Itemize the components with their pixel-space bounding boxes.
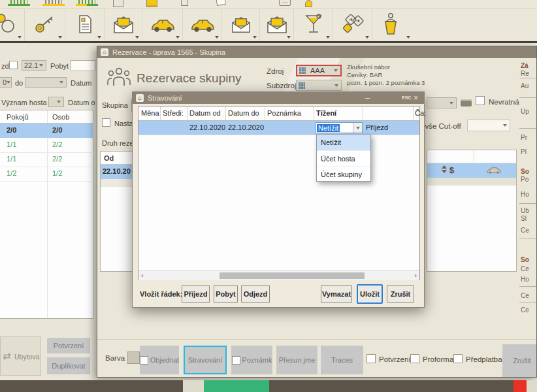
filter-date-combo[interactable]: 22.1 [22, 60, 46, 71]
potvrzeni-checkbox[interactable] [366, 354, 376, 363]
zrusit-button[interactable]: Zrušit [387, 285, 414, 303]
rooms-row[interactable]: 1/1 2/2 [0, 138, 93, 153]
hotel-mixed-icon[interactable] [76, 0, 98, 6]
presun-jmen-button[interactable]: Přesun jme [276, 346, 317, 374]
page-title: Rezervace skupiny [137, 71, 242, 86]
rooms-row[interactable]: 1/1 2/2 [0, 152, 93, 167]
pricing-row-selected[interactable]: $ [427, 163, 516, 178]
col-datum-do[interactable]: Datum do [228, 109, 259, 117]
potvrzeni-button[interactable]: Potvrzení [47, 338, 90, 353]
summary-label: So [521, 168, 529, 175]
stravovani-button[interactable]: Stravování [184, 346, 227, 374]
hotel-yellow-icon[interactable] [42, 0, 65, 6]
toolbar-transfer-button[interactable] [333, 9, 372, 41]
pricing-table: $ [427, 150, 517, 272]
payment-combo[interactable] [427, 97, 457, 108]
dots-icon[interactable]: … [279, 0, 291, 6]
proforma-checkbox[interactable] [410, 354, 419, 363]
toolbar-car2-button[interactable] [183, 9, 222, 41]
ubytovat-button[interactable]: ⇄ Ubytova [0, 336, 41, 376]
grid-icon [299, 67, 306, 74]
toolbar-document-button[interactable] [65, 9, 105, 41]
toolbar-car-button[interactable] [142, 9, 183, 41]
predplatba-checkbox[interactable] [453, 354, 463, 363]
toolbar-bar-button[interactable] [294, 9, 333, 41]
prijezd-button[interactable]: Příjezd [182, 285, 210, 303]
tizeni-combo[interactable]: Netížit [316, 122, 363, 133]
price-symbol: $ [449, 165, 454, 175]
vymazat-button[interactable]: Vymazat [321, 285, 352, 303]
car-icon [150, 18, 175, 33]
nastavit-label: Nasta [114, 120, 133, 127]
reservation-window-titlebar[interactable]: ⌂ Rezervace - úprava 1565 - Skupina [97, 46, 536, 58]
col-mena[interactable]: Měna [141, 109, 159, 117]
sort-icon[interactable] [442, 165, 447, 173]
taskbar-segment-light[interactable] [183, 380, 204, 392]
person-icon[interactable] [305, 0, 312, 7]
dropdown-option-ucet-hosta[interactable]: Účet hosta [317, 151, 370, 167]
edit-icon[interactable] [216, 0, 226, 6]
rooms-col-osob[interactable]: Osob [52, 113, 69, 121]
meals-row-selected[interactable]: 22.10.2020 22.10.2020 Příjezd Netížit [138, 121, 419, 135]
minimize-icon[interactable]: – [365, 93, 370, 103]
subzdroj-combo[interactable] [296, 80, 342, 91]
cutoff-combo[interactable] [467, 120, 510, 131]
trash-icon[interactable] [181, 0, 188, 6]
toolbar-guest-search-button[interactable] [0, 9, 25, 41]
objednat-checkbox-icon [140, 356, 148, 365]
od-column-header[interactable]: Od [104, 154, 114, 162]
traces-button[interactable]: Traces [321, 346, 363, 374]
filter-checkbox[interactable] [9, 61, 18, 69]
note-icon[interactable] [146, 0, 157, 7]
pobyt-button[interactable]: Pobyt [214, 285, 238, 303]
taskbar-segment-green[interactable] [204, 380, 269, 392]
dropdown-option-ucet-skupiny[interactable]: Účet skupiny [317, 167, 370, 182]
summary-label: Re [521, 70, 529, 77]
summary-label: Ce [521, 227, 529, 234]
dropdown-option-netizit[interactable]: Netížit [317, 135, 370, 151]
barva-swatch[interactable] [127, 351, 140, 364]
objednat-button[interactable]: Objednat [140, 346, 179, 374]
toolbar-mail3-button[interactable] [260, 9, 294, 41]
zdroj-combo[interactable]: AAA [296, 65, 342, 76]
pobyt-input[interactable] [71, 60, 95, 71]
taskbar-segment-light[interactable] [527, 380, 537, 392]
rooms-row-selected[interactable]: 2/0 2/0 [0, 123, 93, 138]
poznamky-button[interactable]: Poznámk [231, 346, 272, 374]
col-cas[interactable]: Ča: [415, 109, 426, 117]
window-icon[interactable] [113, 0, 123, 7]
ulozit-button[interactable]: Uložit [357, 284, 383, 304]
info-line-3: pozn. 1 pozn. 2 poznámka 3 [347, 79, 425, 86]
scroll-left-icon[interactable]: ‹ [141, 271, 144, 280]
rooms-col-pokoju[interactable]: Pokojů [7, 113, 29, 121]
vyznam-combo[interactable] [48, 97, 64, 107]
summary-label: Ub [521, 207, 529, 214]
dialog-titlebar[interactable]: ⌂ Stravování – ESC × [133, 92, 424, 104]
reservation-row-selected[interactable]: 22.10.20 [101, 165, 133, 179]
taskbar-segment-red[interactable] [513, 380, 527, 392]
odjezd-button[interactable]: Odjezd [241, 285, 270, 303]
tizeni-combo-arrow[interactable] [353, 123, 362, 133]
col-tizeni[interactable]: Tížení [316, 109, 336, 117]
col-datum-od[interactable]: Datum od [189, 109, 221, 117]
info-line-2: Ceníky: BAR [347, 71, 382, 78]
scroll-thumb[interactable] [220, 272, 365, 279]
hotel-green-icon[interactable] [8, 0, 30, 6]
toolbar-key-button[interactable] [25, 9, 65, 41]
close-icon[interactable]: × [414, 93, 418, 103]
toolbar-mail2-button[interactable] [222, 9, 260, 41]
col-stredisko[interactable]: Středi: [163, 109, 184, 117]
duplikovat-button[interactable]: Duplikovat [47, 357, 90, 374]
toolbar-speaker-button[interactable] [372, 9, 413, 41]
col-poznamka[interactable]: Poznámka [267, 109, 301, 117]
filter-combo-cut[interactable]: 0 [0, 77, 12, 88]
rooms-row[interactable]: 1/2 1/2 [0, 167, 93, 182]
nevratna-checkbox[interactable] [476, 96, 485, 105]
meals-hscrollbar[interactable]: ‹ › [138, 270, 419, 280]
toolbar-mail-button[interactable] [105, 9, 142, 41]
nastavit-checkbox[interactable] [102, 118, 110, 127]
scroll-right-icon[interactable]: › [414, 271, 417, 280]
zrusit-main-button[interactable]: Zrušit [502, 344, 537, 377]
do-combo[interactable] [25, 77, 67, 88]
summary-label: Po [521, 176, 529, 183]
